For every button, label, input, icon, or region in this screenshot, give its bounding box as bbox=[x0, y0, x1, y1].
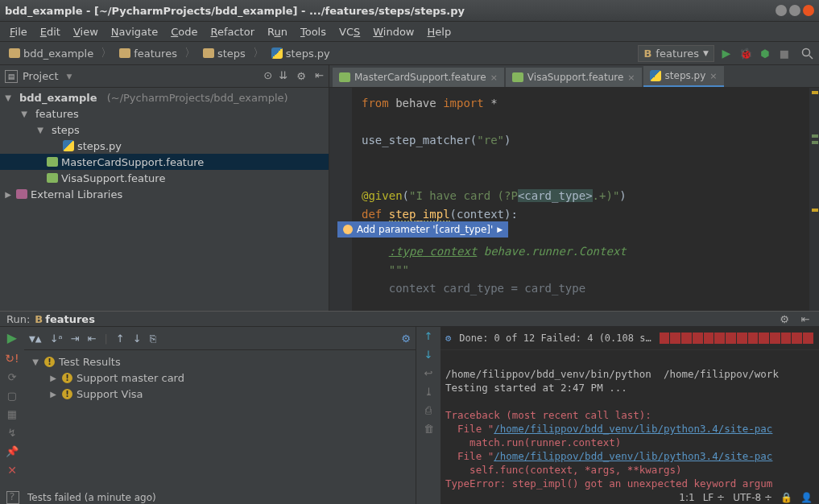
hector-icon[interactable]: 👤 bbox=[800, 492, 813, 503]
tree-external-libraries[interactable]: ▶External Libraries bbox=[0, 186, 329, 202]
search-everywhere-button[interactable] bbox=[800, 46, 814, 60]
breadcrumb-file[interactable]: steps.py bbox=[267, 46, 334, 61]
test-tree[interactable]: ▼!Test Results ▶!Support master card ▶!S… bbox=[24, 350, 416, 504]
export-results-icon[interactable]: ⎘ bbox=[150, 333, 156, 345]
tree-visa-feature[interactable]: VisaSupport.feature bbox=[0, 170, 329, 186]
feature-file-icon bbox=[47, 173, 58, 183]
breadcrumb-root[interactable]: bdd_example bbox=[5, 46, 97, 61]
window-titlebar: bdd_example - [~/PycharmProjects/bdd_exa… bbox=[0, 0, 819, 22]
collapse-all-icon[interactable]: ⇊ bbox=[279, 69, 287, 84]
print-icon[interactable]: ⎙ bbox=[425, 404, 432, 416]
coverage-button[interactable]: ⬢ bbox=[758, 46, 772, 60]
tab-steps-py[interactable]: steps.py× bbox=[643, 66, 724, 87]
hide-panel-icon[interactable]: ⇤ bbox=[798, 312, 813, 326]
tool-window-quick-access[interactable] bbox=[6, 491, 19, 504]
soft-wrap-icon[interactable]: ↩ bbox=[424, 367, 433, 379]
run-config-name: features bbox=[45, 313, 95, 325]
run-tool-window: Run: B features ⚙ ⇤ ▶ ↻! ⟳ ▢ ▦ ↯ 📌 ✕ ? ▼… bbox=[0, 311, 819, 486]
caret-position[interactable]: 1:1 bbox=[679, 492, 694, 503]
project-panel-header[interactable]: ▤Project▼ ⊙ ⇊ ⚙ ⇤ bbox=[0, 65, 329, 88]
next-failed-icon[interactable]: ↓ bbox=[133, 333, 142, 345]
rerun-button[interactable]: ▶ bbox=[7, 330, 17, 345]
settings-icon[interactable]: ⚙ bbox=[445, 333, 451, 344]
close-tab-icon[interactable]: × bbox=[490, 72, 498, 83]
read-only-toggle[interactable]: 🔒 bbox=[780, 492, 792, 503]
folder-icon bbox=[119, 48, 130, 58]
tab-visa[interactable]: VisaSupport.feature× bbox=[506, 68, 642, 87]
hide-passed-icon[interactable]: ▼▲ bbox=[29, 333, 42, 345]
tree-steps-py[interactable]: steps.py bbox=[0, 138, 329, 154]
window-minimize-button[interactable] bbox=[776, 5, 787, 16]
breadcrumb-steps[interactable]: steps bbox=[199, 46, 250, 61]
menu-file[interactable]: File bbox=[3, 23, 34, 40]
editor-tabs: MasterCardSupport.feature× VisaSupport.f… bbox=[329, 65, 819, 88]
menu-edit[interactable]: Edit bbox=[34, 23, 67, 40]
settings-icon[interactable]: ⚙ bbox=[777, 312, 792, 326]
behave-icon: B bbox=[643, 48, 651, 60]
menu-tools[interactable]: Tools bbox=[294, 23, 333, 40]
down-stack-icon[interactable]: ↓ bbox=[424, 349, 433, 361]
tree-mastercard-feature[interactable]: MasterCardSupport.feature bbox=[0, 154, 329, 170]
close-tab-icon[interactable]: × bbox=[627, 72, 635, 83]
run-tool-header[interactable]: Run: B features ⚙ ⇤ bbox=[0, 312, 819, 327]
intention-bulb-icon bbox=[343, 225, 353, 234]
window-maximize-button[interactable] bbox=[789, 5, 800, 16]
scroll-to-end-icon[interactable]: ⤓ bbox=[424, 386, 433, 398]
file-encoding[interactable]: UTF-8 ÷ bbox=[733, 492, 772, 503]
line-separator[interactable]: LF ÷ bbox=[703, 492, 725, 503]
tab-mastercard[interactable]: MasterCardSupport.feature× bbox=[333, 68, 504, 87]
pin-tab-button[interactable]: 📌 bbox=[6, 445, 19, 457]
test-progress-bar bbox=[660, 333, 814, 344]
menu-navigate[interactable]: Navigate bbox=[105, 23, 164, 40]
previous-failed-icon[interactable]: ↑ bbox=[116, 333, 125, 345]
console-output[interactable]: ⚙ Done: 0 of 12 Failed: 4 (0.108 s… /hom… bbox=[441, 327, 819, 504]
breadcrumb-features[interactable]: features bbox=[115, 46, 181, 61]
tree-features[interactable]: ▼features bbox=[0, 105, 329, 122]
chevron-right-icon: ▶ bbox=[497, 225, 503, 233]
toggle-auto-test[interactable]: ⟳ bbox=[8, 371, 17, 383]
hide-panel-icon[interactable]: ⇤ bbox=[315, 69, 324, 84]
scroll-from-source-icon[interactable]: ⊙ bbox=[263, 69, 272, 84]
python-file-icon bbox=[271, 48, 283, 59]
debug-button[interactable]: 🐞 bbox=[738, 46, 753, 60]
editor-gutter[interactable] bbox=[329, 88, 352, 311]
tree-steps[interactable]: ▼steps bbox=[0, 122, 329, 138]
menu-run[interactable]: Run bbox=[261, 23, 294, 40]
error-stripe[interactable] bbox=[809, 88, 819, 311]
expand-all-icon[interactable]: ⇥ bbox=[71, 333, 80, 345]
intention-label: Add parameter '[card_type]' bbox=[357, 224, 493, 235]
intention-action-popup[interactable]: Add parameter '[card_type]' ▶ bbox=[337, 221, 508, 238]
collapse-all-icon[interactable]: ⇤ bbox=[88, 333, 97, 345]
sort-icon[interactable]: ↓ᵃ bbox=[50, 333, 63, 345]
menu-help[interactable]: Help bbox=[421, 23, 458, 40]
stop-button[interactable]: ■ bbox=[777, 46, 792, 60]
menu-vcs[interactable]: VCS bbox=[333, 23, 366, 40]
menu-code[interactable]: Code bbox=[164, 23, 204, 40]
test-support-master-card[interactable]: ▶!Support master card bbox=[24, 370, 416, 386]
close-tab-icon[interactable]: × bbox=[709, 71, 717, 81]
rerun-failed-button[interactable]: ↻! bbox=[5, 352, 19, 365]
restore-layout-button[interactable]: ↯ bbox=[8, 427, 17, 439]
run-configuration-selector[interactable]: B features ▼ bbox=[638, 45, 714, 62]
menu-view[interactable]: View bbox=[67, 23, 105, 40]
dump-threads-button[interactable]: ▦ bbox=[7, 408, 17, 420]
test-support-visa[interactable]: ▶!Support Visa bbox=[24, 386, 416, 402]
test-results-root[interactable]: ▼!Test Results bbox=[24, 353, 416, 370]
project-view-icon: ▤ bbox=[5, 70, 18, 83]
up-stack-icon[interactable]: ↑ bbox=[424, 330, 433, 342]
run-button[interactable]: ▶ bbox=[719, 46, 734, 60]
code-editor[interactable]: from behave import * use_step_matcher("r… bbox=[329, 88, 819, 311]
console-text[interactable]: /home/filippov/bdd_venv/bin/python /home… bbox=[441, 350, 819, 504]
close-button[interactable]: ✕ bbox=[7, 464, 17, 477]
python-file-icon bbox=[650, 70, 661, 81]
project-tree[interactable]: ▼bdd_example (~/PycharmProjects/bdd_exam… bbox=[0, 88, 329, 311]
window-close-button[interactable] bbox=[803, 5, 814, 16]
menu-window[interactable]: Window bbox=[366, 23, 420, 40]
menu-refactor[interactable]: Refactor bbox=[204, 23, 261, 40]
clear-all-icon[interactable]: 🗑 bbox=[424, 423, 434, 435]
project-tool-window: ▤Project▼ ⊙ ⇊ ⚙ ⇤ ▼bdd_example (~/Pychar… bbox=[0, 65, 329, 311]
settings-icon[interactable]: ⚙ bbox=[294, 69, 308, 84]
tree-root[interactable]: ▼bdd_example (~/PycharmProjects/bdd_exam… bbox=[0, 89, 329, 105]
settings-icon[interactable]: ⚙ bbox=[401, 333, 411, 345]
pause-button[interactable]: ▢ bbox=[7, 390, 17, 402]
